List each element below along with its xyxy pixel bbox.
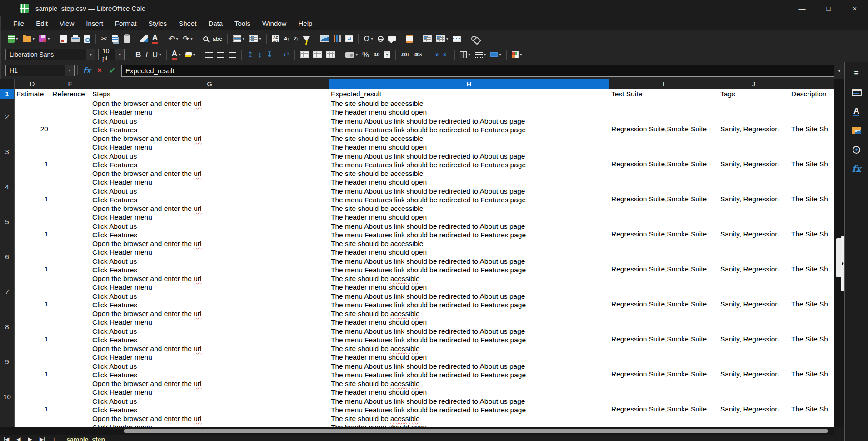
menu-format[interactable]: Format — [109, 18, 143, 29]
cell-G7[interactable]: Open the browser and enter the urlClick … — [90, 274, 329, 309]
chevron-down-icon[interactable]: ▾ — [484, 52, 486, 57]
name-box[interactable]: H1 ▾ — [5, 65, 75, 76]
chevron-down-icon[interactable]: ▾ — [33, 36, 35, 41]
cell-K6[interactable]: The Site Sh — [789, 239, 834, 274]
cell-J2[interactable]: Sanity, Regression — [718, 99, 789, 134]
row-header-7[interactable]: 7 — [0, 274, 15, 309]
cell-J1[interactable]: Tags — [718, 89, 789, 99]
close-button[interactable]: × — [842, 0, 868, 16]
cell-D7[interactable]: 1 — [15, 274, 50, 309]
delete-decimal-place-button[interactable]: .00× — [412, 48, 424, 61]
print-button[interactable] — [70, 32, 81, 45]
chevron-down-icon[interactable]: ▾ — [176, 36, 178, 41]
format-as-currency-button[interactable]: ▾ — [344, 48, 359, 61]
row-header-6[interactable]: 6 — [0, 239, 15, 274]
font-size-combobox[interactable]: 10 pt ▾ — [98, 49, 125, 60]
chevron-down-icon[interactable]: ▾ — [190, 36, 193, 41]
format-as-date-button[interactable]: 7 — [382, 48, 392, 61]
cell-H1[interactable]: Expected_result — [329, 89, 609, 99]
redo-button[interactable]: ↷▾ — [181, 32, 195, 45]
merge-and-center-cells-button[interactable] — [298, 48, 310, 61]
rows-button[interactable]: ▾ — [231, 32, 247, 45]
column-header-E[interactable]: E — [50, 79, 90, 89]
cell-D10[interactable]: 1 — [15, 379, 50, 414]
cell-H6[interactable]: The site should be accessibleThe header … — [329, 239, 609, 274]
headers-and-footers-button[interactable] — [404, 32, 414, 45]
chevron-down-icon[interactable]: ▾ — [16, 36, 18, 41]
chevron-down-icon[interactable]: ▾ — [371, 36, 373, 41]
open-button[interactable]: ▾ — [21, 32, 37, 45]
cell-H8[interactable]: The site should be acessibleThe header m… — [329, 309, 609, 344]
cell-I9[interactable]: Regression Suite,Smoke Suite — [609, 344, 718, 379]
previous-sheet-icon[interactable]: ◀ — [13, 435, 24, 441]
align-right-button[interactable] — [227, 48, 238, 61]
cell-J8[interactable]: Sanity, Regression — [718, 309, 789, 344]
row-header-2[interactable]: 2 — [0, 99, 15, 134]
cell-H5[interactable]: The site should be accessibleThe header … — [329, 204, 609, 239]
menu-sheet[interactable]: Sheet — [173, 18, 202, 29]
cell-G5[interactable]: Open the browser and enter the urlClick … — [90, 204, 329, 239]
add-sheet-button[interactable]: + — [49, 435, 59, 441]
cell-J4[interactable]: Sanity, Regression — [718, 169, 789, 204]
insert-hyperlink-button[interactable] — [376, 32, 385, 45]
align-center-button[interactable] — [215, 48, 226, 61]
find-and-replace-button[interactable] — [201, 32, 210, 45]
last-sheet-icon[interactable]: ▶| — [36, 435, 49, 441]
format-as-percent-button[interactable]: % — [360, 48, 371, 61]
insert-pivot-table-button[interactable]: ⇄ — [344, 32, 355, 45]
menu-window[interactable]: Window — [256, 18, 292, 29]
cell-I6[interactable]: Regression Suite,Smoke Suite — [609, 239, 718, 274]
cell-K2[interactable]: The Site Sh — [789, 99, 834, 134]
cell-E10[interactable] — [50, 379, 90, 414]
cell-G6[interactable]: Open the browser and enter the urlClick … — [90, 239, 329, 274]
align-top-button[interactable]: ↥ — [245, 48, 255, 61]
navigator-button[interactable] — [848, 142, 865, 157]
cell-E7[interactable] — [50, 274, 90, 309]
cell-G4[interactable]: Open the browser and enter the urlClick … — [90, 169, 329, 204]
undo-button[interactable]: ↶▾ — [166, 32, 180, 45]
cell-J11[interactable] — [718, 414, 789, 427]
cell-G11[interactable]: Open the browser and enter the urlClick … — [90, 414, 329, 427]
cell-G3[interactable]: Open the browser and enter the urlClick … — [90, 134, 329, 169]
formula-input[interactable]: Expected_result — [121, 65, 834, 77]
cell-J7[interactable]: Sanity, Regression — [718, 274, 789, 309]
cell-I5[interactable]: Regression Suite,Smoke Suite — [609, 204, 718, 239]
cell-D1[interactable]: Estimate — [15, 89, 50, 99]
italic-button[interactable]: I — [144, 48, 150, 61]
sidebar-settings-button[interactable]: ≡ — [848, 65, 865, 81]
cell-H10[interactable]: The site should be acessibleThe header m… — [329, 379, 609, 414]
menu-file[interactable]: File — [7, 18, 30, 29]
wrap-text-button[interactable]: ↵ — [281, 48, 291, 61]
horizontal-scrollbar-thumb[interactable] — [124, 429, 828, 433]
cell-G2[interactable]: Open the browser and enter the urlClick … — [90, 99, 329, 134]
sort-descending-button[interactable]: Z↓ — [292, 32, 300, 45]
chevron-down-icon[interactable]: ▾ — [355, 52, 358, 57]
cell-K4[interactable]: The Site Sh — [789, 169, 834, 204]
cell-G10[interactable]: Open the browser and enter the urlClick … — [90, 379, 329, 414]
cell-K7[interactable]: The Site Sh — [789, 274, 834, 309]
cell-H3[interactable]: The site should be accessibleThe header … — [329, 134, 609, 169]
column-header-D[interactable]: D — [15, 79, 50, 89]
border-style-button[interactable]: ▾ — [473, 48, 488, 61]
chevron-down-icon[interactable]: ▾ — [159, 52, 161, 57]
cancel-icon[interactable]: × — [93, 66, 106, 75]
center-vertically-button[interactable]: ↨ — [256, 48, 264, 61]
cell-K8[interactable]: The Site Sh — [789, 309, 834, 344]
cell-J10[interactable]: Sanity, Regression — [718, 379, 789, 414]
clone-formatting-button[interactable] — [139, 32, 150, 45]
row-header-8[interactable]: 8 — [0, 309, 15, 344]
new-document-button[interactable]: ▾ — [6, 32, 20, 45]
font-color-button[interactable]: A▾ — [170, 48, 183, 61]
first-sheet-icon[interactable]: |◀ — [0, 435, 13, 441]
save-button[interactable]: ▾ — [37, 32, 52, 45]
sheet-tab-active[interactable]: sample_step — [59, 435, 112, 441]
menu-help[interactable]: Help — [292, 18, 318, 29]
align-left-button[interactable] — [204, 48, 215, 61]
align-bottom-button[interactable]: ↧ — [264, 48, 274, 61]
cell-E1[interactable]: Reference — [50, 89, 90, 99]
autofilter-button[interactable] — [301, 32, 312, 45]
print-preview-button[interactable] — [82, 32, 92, 45]
underline-button[interactable]: U▾ — [150, 48, 163, 61]
chevron-down-icon[interactable]: ▾ — [243, 36, 245, 41]
cell-I2[interactable]: Regression Suite,Smoke Suite — [609, 99, 718, 134]
